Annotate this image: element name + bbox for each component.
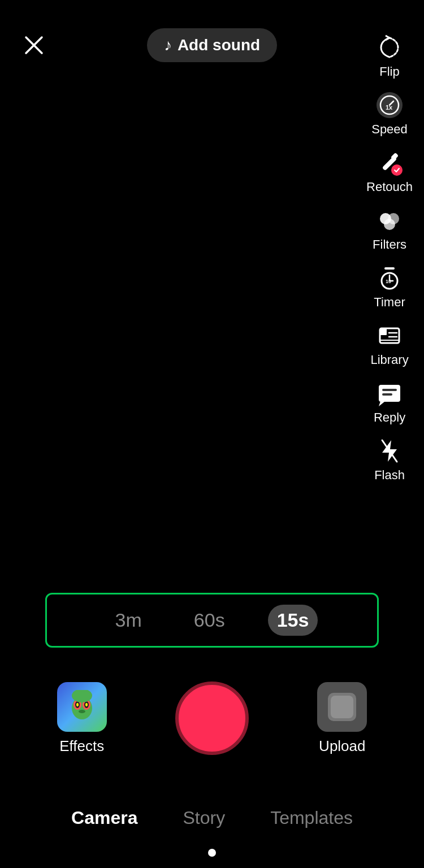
svg-text:10: 10 (386, 279, 391, 284)
flip-label: Flip (379, 64, 399, 79)
add-sound-button[interactable]: ♪ Add sound (147, 28, 277, 62)
sidebar-item-timer[interactable]: 10 Timer (371, 259, 407, 314)
retouch-icon (375, 148, 404, 177)
svg-point-30 (76, 703, 79, 706)
duration-3m[interactable]: 3m (106, 605, 151, 636)
bottom-controls: Effects Upload (0, 682, 424, 755)
duration-selector: 3m 60s 15s (45, 593, 379, 648)
retouch-label: Retouch (366, 180, 413, 194)
add-sound-label: Add sound (178, 36, 260, 54)
upload-icon (317, 682, 367, 732)
bottom-nav: Camera Story Templates (0, 802, 424, 834)
svg-rect-21 (382, 389, 397, 391)
upload-button[interactable]: Upload (317, 682, 367, 755)
speed-label: Speed (371, 122, 408, 137)
speed-icon: 1x (375, 90, 404, 120)
right-sidebar: Flip 1x Speed (364, 28, 415, 487)
bottom-indicator-dot (208, 849, 216, 857)
timer-icon: 10 (375, 263, 404, 293)
record-button[interactable] (175, 682, 249, 755)
svg-rect-37 (331, 696, 353, 718)
duration-60s[interactable]: 60s (185, 605, 234, 636)
filters-icon (375, 206, 404, 235)
svg-point-35 (79, 710, 85, 713)
sidebar-item-library[interactable]: Library (368, 316, 410, 372)
svg-rect-15 (380, 328, 387, 335)
duration-15s[interactable]: 15s (268, 605, 318, 636)
upload-label: Upload (319, 737, 365, 755)
sidebar-item-filters[interactable]: Filters (370, 201, 409, 257)
library-label: Library (370, 353, 408, 367)
reply-icon (375, 379, 404, 408)
sidebar-item-reply[interactable]: Reply (371, 374, 408, 429)
sidebar-item-flash[interactable]: Flash (372, 432, 407, 487)
svg-point-8 (384, 219, 395, 230)
record-button-inner (181, 687, 243, 749)
close-button[interactable] (17, 28, 51, 62)
filters-label: Filters (373, 237, 406, 252)
flash-label: Flash (374, 468, 405, 483)
svg-text:1x: 1x (386, 104, 393, 111)
reply-label: Reply (374, 410, 405, 425)
sidebar-item-flip[interactable]: Flip (373, 28, 406, 84)
sidebar-item-retouch[interactable]: Retouch (364, 144, 415, 199)
effects-button[interactable]: Effects (57, 682, 107, 755)
effects-icon (57, 682, 107, 732)
music-note-icon: ♪ (164, 36, 172, 54)
top-bar: ♪ Add sound (0, 0, 424, 68)
effects-label: Effects (59, 737, 104, 755)
svg-rect-9 (384, 267, 395, 270)
timer-label: Timer (374, 295, 405, 310)
nav-item-story[interactable]: Story (177, 802, 231, 834)
nav-item-camera[interactable]: Camera (66, 802, 143, 834)
svg-rect-22 (382, 393, 392, 396)
flash-icon (375, 436, 404, 466)
flip-icon (375, 33, 404, 62)
library-icon (375, 321, 404, 350)
retouch-checkmark (391, 164, 403, 176)
svg-point-31 (85, 703, 88, 706)
sidebar-item-speed[interactable]: 1x Speed (369, 86, 410, 141)
nav-item-templates[interactable]: Templates (265, 802, 358, 834)
